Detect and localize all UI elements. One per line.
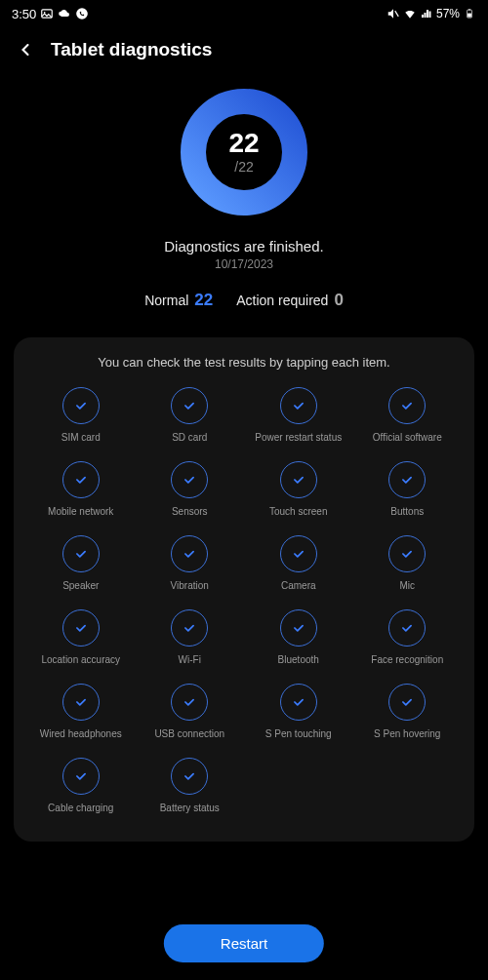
result-item[interactable]: Sensors: [137, 457, 244, 522]
progress-count: 22: [228, 130, 259, 157]
result-item[interactable]: S Pen hovering: [354, 680, 462, 744]
result-label: Official software: [373, 432, 442, 444]
check-icon: [171, 461, 208, 498]
check-icon: [171, 535, 208, 572]
result-label: S Pen touching: [265, 728, 332, 740]
signal-icon: [420, 7, 433, 20]
check-icon: [388, 609, 426, 647]
result-item[interactable]: Wired headphones: [27, 680, 135, 744]
results-hint: You can check the test results by tappin…: [27, 355, 461, 370]
check-icon: [62, 461, 100, 498]
status-bar: 3:50 57%: [0, 0, 488, 27]
normal-count: Normal 22: [144, 291, 213, 310]
phone-icon: [75, 7, 89, 20]
check-icon: [171, 387, 208, 424]
result-item[interactable]: Mobile network: [27, 457, 135, 522]
result-label: Face recognition: [371, 654, 443, 666]
check-icon: [62, 684, 100, 721]
action-label: Action required: [236, 293, 328, 308]
finished-section: Diagnostics are finished. 10/17/2023: [0, 238, 488, 271]
result-item[interactable]: Speaker: [27, 531, 135, 596]
result-label: Cable charging: [48, 803, 113, 814]
action-value: 0: [334, 291, 343, 310]
check-icon: [388, 535, 426, 572]
svg-rect-6: [468, 9, 471, 10]
result-label: Power restart status: [255, 432, 342, 444]
result-label: Location accuracy: [41, 654, 120, 666]
result-label: Vibration: [171, 580, 209, 592]
result-item[interactable]: Buttons: [354, 457, 462, 522]
result-label: Buttons: [390, 506, 424, 518]
action-count: Action required 0: [236, 291, 344, 310]
mute-icon: [386, 7, 400, 20]
check-icon: [280, 609, 317, 647]
check-icon: [62, 535, 100, 572]
progress-ring-container: 22 /22: [0, 84, 488, 220]
result-item[interactable]: Bluetooth: [245, 606, 352, 670]
status-right: 57%: [386, 7, 476, 20]
result-item[interactable]: Face recognition: [354, 606, 462, 670]
svg-rect-5: [468, 14, 471, 18]
check-icon: [280, 535, 317, 572]
check-icon: [280, 461, 317, 498]
wifi-icon: [403, 7, 417, 20]
image-icon: [40, 7, 54, 20]
result-label: SD card: [172, 432, 207, 444]
result-item[interactable]: S Pen touching: [245, 680, 352, 744]
check-icon: [62, 387, 100, 424]
check-icon: [171, 609, 208, 647]
result-label: Mic: [399, 580, 415, 592]
result-label: Wired headphones: [40, 728, 122, 740]
result-item[interactable]: Cable charging: [27, 754, 135, 818]
check-icon: [171, 758, 208, 795]
restart-button[interactable]: Restart: [164, 924, 324, 962]
result-label: USB connection: [154, 728, 224, 740]
result-label: Battery status: [160, 803, 220, 814]
result-item[interactable]: SD card: [137, 383, 244, 448]
result-label: Touch screen: [269, 506, 327, 518]
status-left: 3:50: [12, 7, 89, 21]
result-item[interactable]: Camera: [245, 531, 352, 596]
result-label: S Pen hovering: [374, 728, 440, 740]
svg-point-2: [76, 8, 88, 20]
normal-label: Normal: [144, 293, 188, 308]
check-icon: [62, 758, 100, 795]
cloud-icon: [58, 7, 71, 20]
progress-ring: 22 /22: [176, 84, 312, 220]
result-item[interactable]: USB connection: [137, 680, 244, 744]
result-item[interactable]: SIM card: [27, 383, 135, 448]
result-item[interactable]: Location accuracy: [27, 606, 135, 670]
page-header: Tablet diagnostics: [0, 27, 488, 80]
result-label: Wi-Fi: [179, 654, 201, 666]
finished-date: 10/17/2023: [0, 257, 488, 271]
result-label: Camera: [281, 580, 316, 592]
battery-icon: [463, 7, 476, 20]
back-button[interactable]: [16, 40, 35, 59]
result-item[interactable]: Official software: [354, 383, 462, 448]
svg-line-3: [395, 11, 399, 17]
check-icon: [171, 684, 208, 721]
check-icon: [388, 461, 426, 498]
result-label: Bluetooth: [278, 654, 319, 666]
result-item[interactable]: Power restart status: [245, 383, 352, 448]
result-item[interactable]: Touch screen: [245, 457, 352, 522]
page-title: Tablet diagnostics: [51, 39, 212, 60]
progress-total: /22: [228, 159, 259, 175]
status-time: 3:50: [12, 7, 36, 21]
check-icon: [280, 684, 317, 721]
check-icon: [388, 387, 426, 424]
results-panel: You can check the test results by tappin…: [14, 337, 474, 842]
normal-value: 22: [194, 291, 213, 310]
results-grid: SIM cardSD cardPower restart statusOffic…: [27, 383, 461, 818]
result-item[interactable]: Vibration: [137, 531, 244, 596]
result-item[interactable]: Mic: [354, 531, 462, 596]
result-label: Sensors: [172, 506, 208, 518]
finished-title: Diagnostics are finished.: [0, 238, 488, 255]
counts-row: Normal 22 Action required 0: [0, 291, 488, 310]
result-item[interactable]: Wi-Fi: [137, 606, 244, 670]
result-item[interactable]: Battery status: [137, 754, 244, 818]
check-icon: [388, 684, 426, 721]
battery-text: 57%: [436, 7, 460, 20]
result-label: SIM card: [61, 432, 101, 444]
result-label: Mobile network: [48, 506, 113, 518]
